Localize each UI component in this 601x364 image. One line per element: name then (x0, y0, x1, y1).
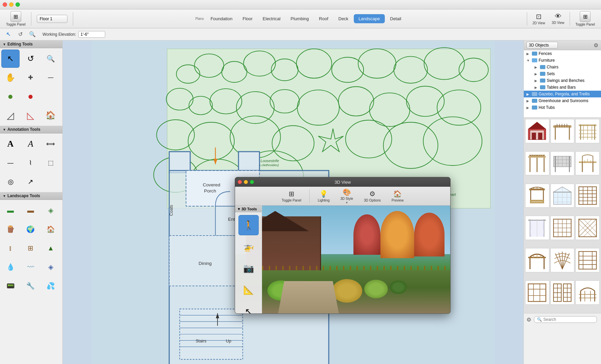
landscape-tools-header[interactable]: ▼ Landscape Tools (0, 192, 62, 200)
rotate-tool-btn[interactable]: ↺ (16, 30, 25, 39)
thumb-diamond-lattice[interactable] (575, 216, 600, 240)
circle-tool[interactable]: ◎ (1, 173, 20, 191)
undo-tool[interactable]: ↺ (22, 50, 40, 68)
thumb-square-lattice[interactable] (550, 216, 575, 240)
view3d-options-btn[interactable]: ⚙ 3D Options (361, 188, 383, 204)
tree-item-hot-tubs[interactable]: ▶ Hot Tubs (524, 104, 601, 111)
thumb-arbor-bench[interactable] (525, 184, 549, 208)
tree-item-furniture[interactable]: ▼ Furniture (524, 57, 601, 64)
search-input[interactable] (543, 317, 594, 322)
helicopter-tool[interactable]: 🚁 (238, 237, 259, 257)
italic-text-tool[interactable]: A (22, 135, 40, 153)
lawn-tool[interactable]: ▬ (1, 201, 20, 219)
view3d-maximize[interactable] (250, 180, 254, 184)
floor-selector[interactable]: Floor 1 Floor 2 Foundation (37, 15, 67, 23)
tab-plumbing[interactable]: Plumbing (286, 14, 314, 23)
tree-item-fences[interactable]: ▶ Fences (524, 50, 601, 57)
editing-tools-header[interactable]: ▼ Editing Tools (0, 40, 62, 48)
thumb-pergola-posts[interactable] (525, 151, 549, 176)
walk-tool[interactable]: 🚶 (238, 215, 259, 235)
tab-landscape[interactable]: Landscape (354, 14, 385, 23)
pipe-tool[interactable]: 🔧 (22, 277, 40, 295)
red-dot-tool[interactable]: ● (22, 87, 40, 105)
thumb-panel-trellis[interactable] (550, 280, 575, 305)
tab-deck[interactable]: Deck (334, 14, 353, 23)
thumb-greenhouse[interactable] (550, 184, 575, 208)
thumb-garden-arch[interactable] (525, 248, 549, 272)
tab-detail[interactable]: Detail (385, 14, 406, 23)
water-tool[interactable]: 💧 (1, 258, 20, 276)
view3d-minimize[interactable] (244, 180, 248, 184)
tab-floor[interactable]: Floor (238, 14, 257, 23)
shed-tool[interactable]: 🏠 (41, 220, 60, 238)
dash-line-tool[interactable]: — (41, 68, 60, 87)
view3d-style-btn[interactable]: 🎨 3D Style ▼ (338, 187, 356, 206)
tab-foundation[interactable]: Foundation (206, 14, 237, 23)
tree-item-chairs[interactable]: ▶ Chairs (524, 64, 601, 70)
green-dot-tool[interactable]: ● (1, 87, 20, 105)
close-button[interactable] (3, 2, 7, 7)
water2-tool[interactable]: ◈ (41, 258, 60, 276)
polygon-tool[interactable]: ◿ (1, 106, 20, 124)
floorplan3d-tool[interactable]: 📐 (238, 280, 259, 300)
library-settings-icon[interactable]: ⚙ (594, 42, 598, 49)
frame-tool[interactable]: ⬚ (41, 154, 60, 172)
tree-tool[interactable]: ▲ (41, 239, 60, 257)
thumb-covered-pergola[interactable] (550, 151, 575, 176)
thumb-fan-trellis[interactable] (550, 248, 575, 272)
tree-item-sets[interactable]: ▶ Sets (524, 70, 601, 77)
toggle-panel-right-button[interactable]: ⊞ Toggle Panel (573, 10, 598, 28)
annotation-tools-header[interactable]: ▼ Annotation Tools (0, 126, 62, 133)
view-2d-button[interactable]: ⊡ 2D View (530, 11, 548, 26)
cursor-tool-btn[interactable]: ↖ (3, 30, 13, 39)
fence2-tool[interactable]: ⊞ (22, 239, 40, 257)
leader-line-tool[interactable]: — (1, 154, 20, 172)
shape-tool[interactable]: ◈ (41, 201, 60, 219)
view-3d-button[interactable]: 👁 3D View (549, 11, 567, 26)
search-bar[interactable]: 🔍 (534, 316, 597, 323)
control-tool[interactable]: 📟 (1, 277, 20, 295)
elevation-input[interactable] (78, 31, 105, 38)
tab-electrical[interactable]: Electrical (258, 14, 285, 23)
thumb-square-garden-trellis[interactable] (525, 280, 549, 305)
thumb-lattice-pergola[interactable] (575, 119, 600, 143)
pan-tool[interactable]: ✋ (1, 68, 20, 87)
thumb-curved-trellis[interactable] (575, 248, 600, 272)
bottom-gear-icon[interactable]: ⚙ (526, 316, 531, 323)
floor-dropdown[interactable]: Floor 1 Floor 2 Foundation (37, 15, 67, 23)
maximize-button[interactable] (16, 2, 20, 7)
toggle-panel-left-button[interactable]: ⊞ Toggle Panel (3, 10, 28, 28)
thumb-arch-pergola[interactable] (575, 151, 600, 176)
view3d-toggle-panel[interactable]: ⊞ Toggle Panel (279, 188, 304, 204)
search-tool-btn[interactable]: 🔍 (28, 30, 37, 39)
arrow-tool[interactable]: ↗ (22, 173, 40, 191)
view3d-close[interactable] (238, 180, 242, 184)
ground-tool[interactable]: ▬ (22, 201, 40, 219)
log-tool[interactable]: 🪵 (1, 220, 20, 238)
select-tool[interactable]: ↖ (1, 50, 20, 68)
text-tool[interactable]: A (1, 135, 20, 153)
thumb-arch-trellis[interactable] (575, 280, 600, 305)
thumb-wood-trellis[interactable] (575, 184, 600, 208)
add-point-tool[interactable]: ✚ (22, 68, 40, 87)
camera3d-tool[interactable]: 📷 (238, 258, 259, 278)
cursor3d-tool[interactable]: ↖ (238, 301, 259, 313)
tree-item-tables[interactable]: ▶ Tables and Bars (524, 84, 601, 91)
fence1-tool[interactable]: ⫿ (1, 239, 20, 257)
zigzag-tool[interactable]: ⌇ (22, 154, 40, 172)
view3d-lighting-btn[interactable]: 💡 Lighting (315, 188, 332, 204)
library-select[interactable]: 3D Objects 2D Symbols Materials (526, 42, 558, 49)
polygon2-tool[interactable]: ◺ (22, 106, 40, 124)
tree-item-gazebo[interactable]: ▶ Gazebo, Pergola, and Trellis (524, 91, 601, 97)
tab-roof[interactable]: Roof (314, 14, 333, 23)
tree-item-swings[interactable]: ▶ Swings and Benches (524, 77, 601, 84)
thumb-pergola-open[interactable] (550, 119, 575, 143)
globe-tool[interactable]: 🌍 (22, 220, 40, 238)
thumb-gazebo-red[interactable] (525, 119, 549, 143)
minimize-button[interactable] (9, 2, 13, 7)
hose-tool[interactable]: 〰 (22, 258, 40, 276)
view3d-preview-btn[interactable]: 🏠 Preview (389, 188, 406, 204)
dimension-tool[interactable]: ⟺ (41, 135, 60, 153)
house-tool[interactable]: 🏠 (41, 106, 60, 124)
canvas-area[interactable]: Goosesneck Loosestrife (Lysimachia cleth… (63, 40, 523, 364)
